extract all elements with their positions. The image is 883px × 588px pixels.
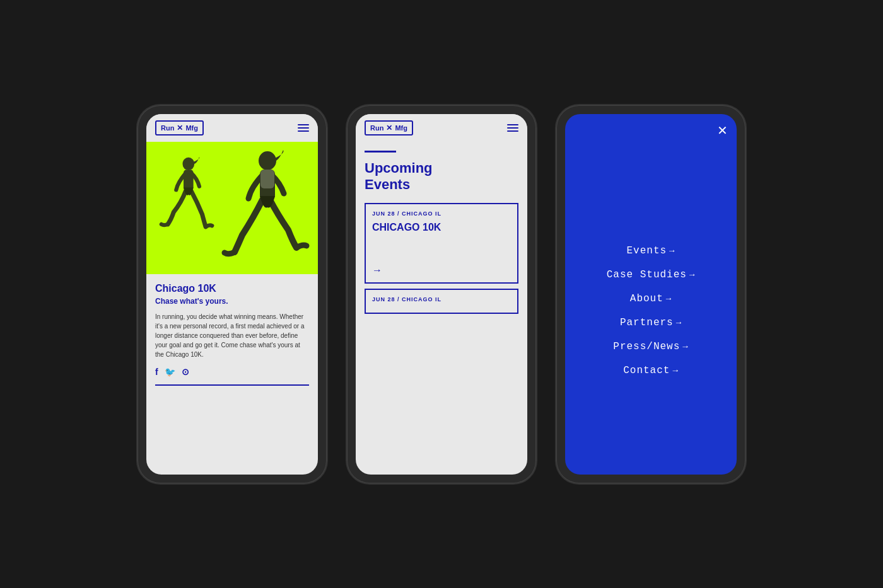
hamburger-menu-2[interactable] bbox=[507, 124, 518, 132]
section-title-line2: Events bbox=[365, 176, 410, 192]
nav-arrow-press: → bbox=[682, 342, 688, 352]
logo-box-1[interactable]: Run ✕ Mfg bbox=[155, 120, 204, 135]
bottom-divider bbox=[155, 384, 309, 386]
logo-mfg-text: Mfg bbox=[185, 124, 198, 132]
nav-arrow-about: → bbox=[666, 294, 672, 304]
instagram-icon[interactable]: ⊙ bbox=[182, 367, 189, 377]
event-tagline: Chase what's yours. bbox=[155, 297, 309, 306]
logo-run-text: Run bbox=[161, 124, 174, 132]
nav-arrow-case-studies: → bbox=[689, 270, 695, 280]
twitter-icon[interactable]: 🐦 bbox=[165, 367, 175, 377]
hamburger-line-5 bbox=[507, 127, 518, 129]
nav-item-about[interactable]: About→ bbox=[630, 293, 672, 304]
phone-1-screen: Run ✕ Mfg bbox=[146, 114, 318, 475]
nav-label-about: About bbox=[630, 293, 664, 304]
nav-arrow-contact: → bbox=[672, 366, 678, 376]
event-card-date-2: JUN 28 / CHICAGO IL bbox=[372, 296, 511, 303]
nav-item-case-studies[interactable]: Case Studies→ bbox=[607, 269, 696, 280]
hamburger-line-1 bbox=[298, 124, 309, 125]
nav-label-case-studies: Case Studies bbox=[607, 269, 687, 280]
phone-2-screen: Run ✕ Mfg Upcoming Events JUN 28 / CHICA… bbox=[356, 114, 527, 475]
svg-point-2 bbox=[259, 151, 276, 170]
nav-label-press: Press/News bbox=[613, 341, 680, 352]
nav-item-press[interactable]: Press/News→ bbox=[613, 341, 688, 352]
event-card-arrow-1: → bbox=[372, 265, 511, 276]
section-title: Upcoming Events bbox=[365, 160, 518, 193]
nav-item-events[interactable]: Events→ bbox=[626, 245, 675, 257]
event-title: Chicago 10K bbox=[155, 283, 309, 294]
logo-mfg-text-2: Mfg bbox=[395, 124, 407, 132]
close-icon[interactable]: ✕ bbox=[717, 123, 728, 138]
svg-point-0 bbox=[182, 157, 194, 170]
section-title-line1: Upcoming bbox=[365, 160, 433, 176]
social-icons: f 🐦 ⊙ bbox=[155, 367, 309, 377]
phone-2: Run ✕ Mfg Upcoming Events JUN 28 / CHICA… bbox=[347, 105, 536, 483]
hamburger-menu-1[interactable] bbox=[298, 124, 309, 132]
nav-item-contact[interactable]: Contact→ bbox=[623, 365, 679, 376]
svg-rect-4 bbox=[260, 170, 274, 188]
section-line bbox=[365, 151, 396, 153]
phone-3-header: ✕ bbox=[565, 114, 737, 147]
event-card-date-1: JUN 28 / CHICAGO IL bbox=[372, 210, 511, 217]
runners-svg bbox=[146, 142, 318, 274]
nav-arrow-events: → bbox=[669, 246, 675, 256]
hero-image bbox=[146, 142, 318, 274]
phone-2-content: Upcoming Events JUN 28 / CHICAGO IL CHIC… bbox=[356, 142, 527, 475]
nav-label-partners: Partners bbox=[620, 317, 674, 328]
hamburger-line-2 bbox=[298, 127, 309, 129]
logo-run-text-2: Run bbox=[370, 124, 383, 132]
nav-label-contact: Contact bbox=[623, 365, 670, 376]
phone-2-header: Run ✕ Mfg bbox=[356, 114, 527, 142]
nav-item-partners[interactable]: Partners→ bbox=[620, 317, 682, 328]
phone-1: Run ✕ Mfg bbox=[137, 105, 327, 483]
phone-3-screen: ✕ Events→ Case Studies→ About→ Partners→… bbox=[565, 114, 737, 475]
event-description: In running, you decide what winning mean… bbox=[155, 312, 309, 359]
facebook-icon[interactable]: f bbox=[155, 367, 158, 377]
event-card-2-partial[interactable]: JUN 28 / CHICAGO IL bbox=[365, 289, 518, 314]
hamburger-line-6 bbox=[507, 130, 518, 132]
logo-box-2[interactable]: Run ✕ Mfg bbox=[365, 120, 413, 135]
phone-3: ✕ Events→ Case Studies→ About→ Partners→… bbox=[556, 105, 746, 483]
phone-1-content: Chicago 10K Chase what's yours. In runni… bbox=[146, 274, 318, 475]
hamburger-line-3 bbox=[298, 130, 309, 132]
logo-x-icon-2: ✕ bbox=[386, 124, 392, 132]
phone-1-header: Run ✕ Mfg bbox=[146, 114, 318, 142]
nav-arrow-partners: → bbox=[676, 318, 682, 328]
event-card-name-1: CHICAGO 10K bbox=[372, 222, 511, 233]
logo-x-icon: ✕ bbox=[177, 124, 183, 132]
event-card-1[interactable]: JUN 28 / CHICAGO IL CHICAGO 10K → bbox=[365, 203, 518, 284]
hamburger-line-4 bbox=[507, 124, 518, 125]
nav-label-events: Events bbox=[626, 245, 667, 257]
nav-menu: Events→ Case Studies→ About→ Partners→ P… bbox=[565, 147, 737, 475]
